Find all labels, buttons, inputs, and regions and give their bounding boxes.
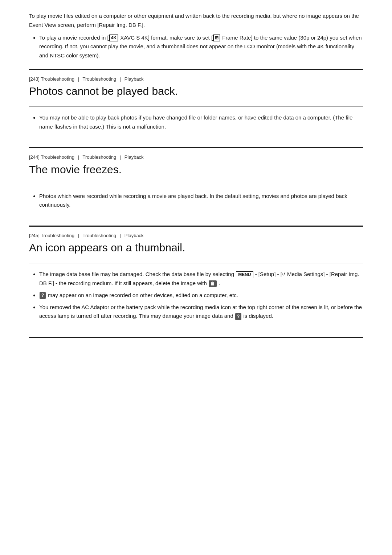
delete-icon: 🗑	[209, 280, 217, 287]
breadcrumb-245: [245] Troubleshooting | Troubleshooting …	[29, 232, 363, 239]
breadcrumb-cat3-245: Playback	[124, 233, 144, 238]
bullet-245-3-post: is displayed.	[242, 313, 273, 319]
breadcrumb-sep1-243: |	[78, 76, 79, 82]
breadcrumb-cat1-243: Troubleshooting	[41, 76, 74, 82]
breadcrumb-num-243: [243]	[29, 76, 40, 82]
bullet-245-3-pre: You removed the AC Adaptor or the batter…	[39, 304, 362, 319]
section-243: [243] Troubleshooting | Troubleshooting …	[29, 76, 363, 139]
breadcrumb-num-245: [245]	[29, 233, 40, 238]
breadcrumb-sep2-243: |	[120, 76, 121, 82]
section-body-244: Photos which were recorded while recordi…	[29, 185, 363, 217]
bullet-245-2-text: may appear on an image recorded on other…	[46, 292, 238, 298]
list-item: Photos which were recorded while recordi…	[39, 192, 363, 210]
bullets-245: The image data base file may be damaged.…	[29, 270, 363, 321]
breadcrumb-cat2-245: Troubleshooting	[82, 233, 116, 238]
divider-bottom-final	[29, 337, 363, 338]
intro-para1: To play movie files edited on a computer…	[29, 12, 363, 30]
divider-top-245	[29, 226, 363, 227]
list-item: You removed the AC Adaptor or the batter…	[39, 303, 363, 321]
question-icon-1: ?	[40, 292, 46, 299]
bullets-243: You may not be able to play back photos …	[29, 113, 363, 131]
bullets-244: Photos which were recorded while recordi…	[29, 192, 363, 210]
badge-fr: ⊞	[213, 35, 220, 42]
section-body-245: The image data base file may be damaged.…	[29, 263, 363, 328]
section-245: [245] Troubleshooting | Troubleshooting …	[29, 232, 363, 328]
list-item: You may not be able to play back photos …	[39, 113, 363, 131]
section-title-243: Photos cannot be played back.	[29, 85, 363, 98]
page-content: To play movie files edited on a computer…	[0, 0, 392, 352]
breadcrumb-sep1-245: |	[78, 233, 79, 238]
intro-bullets: To play a movie recorded in [4K XAVC S 4…	[29, 33, 363, 60]
menu-badge: MENU	[236, 271, 253, 279]
breadcrumb-cat1-244: Troubleshooting	[41, 154, 74, 160]
breadcrumb-cat2-243: Troubleshooting	[82, 76, 116, 82]
question-icon-2: ?	[235, 313, 241, 320]
divider-top-243	[29, 69, 363, 70]
breadcrumb-cat3-243: Playback	[124, 76, 144, 82]
divider-top-244	[29, 147, 363, 148]
breadcrumb-cat3-244: Playback	[124, 154, 144, 160]
bullet1-pre: To play a movie recorded in [	[39, 35, 109, 41]
section-body-243: You may not be able to play back photos …	[29, 107, 363, 139]
bullet-245-1-mid1: - [Setup] - [	[254, 271, 282, 277]
breadcrumb-cat1-245: Troubleshooting	[41, 233, 74, 238]
list-item: ? may appear on an image recorded on oth…	[39, 291, 363, 300]
breadcrumb-cat2-244: Troubleshooting	[82, 154, 116, 160]
intro-section: To play movie files edited on a computer…	[29, 12, 363, 60]
section-244: [244] Troubleshooting | Troubleshooting …	[29, 154, 363, 217]
breadcrumb-sep2-244: |	[120, 154, 121, 160]
bullet-245-1-pre: The image data base file may be damaged.…	[39, 271, 236, 277]
bullet1-mid: XAVC S 4K] format, make sure to set [	[119, 35, 213, 41]
list-item: The image data base file may be damaged.…	[39, 270, 363, 288]
intro-bullet1: To play a movie recorded in [4K XAVC S 4…	[39, 33, 363, 60]
media-settings-icon: ↺	[282, 271, 286, 278]
bullet-245-1-post: .	[217, 280, 220, 286]
breadcrumb-sep1-244: |	[78, 154, 79, 160]
breadcrumb-sep2-245: |	[120, 233, 121, 238]
breadcrumb-243: [243] Troubleshooting | Troubleshooting …	[29, 76, 363, 82]
breadcrumb-244: [244] Troubleshooting | Troubleshooting …	[29, 154, 363, 161]
badge-4k: 4K	[109, 35, 118, 42]
section-title-245: An icon appears on a thumbnail.	[29, 241, 363, 254]
breadcrumb-num-244: [244]	[29, 154, 40, 160]
section-title-244: The movie freezes.	[29, 163, 363, 176]
